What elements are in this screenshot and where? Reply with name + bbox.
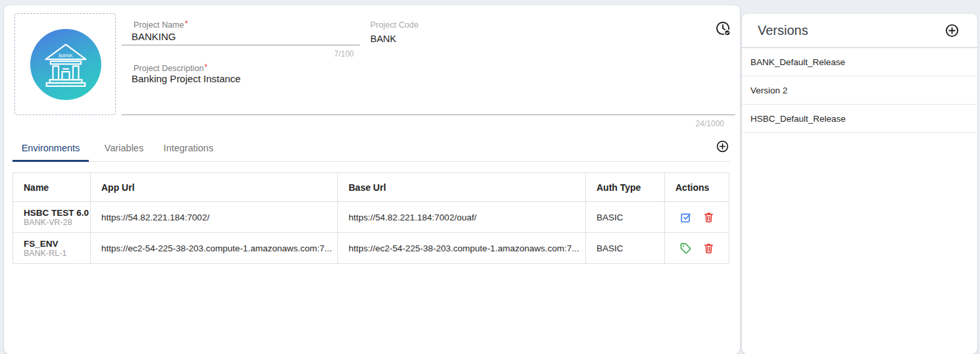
- active-tab-indicator: [12, 160, 89, 162]
- table-row: HSBC TEST 6.0BANK-VR-28https://54.82.221…: [13, 202, 729, 233]
- environments-table: Name App Url Base Url Auth Type Actions …: [12, 172, 729, 264]
- tab-environments[interactable]: Environments: [12, 143, 89, 153]
- delete-icon[interactable]: [702, 211, 715, 224]
- column-header-app-url: App Url: [91, 173, 338, 202]
- table-row: FS_ENVBANK-RL-1https://ec2-54-225-38-203…: [13, 233, 729, 264]
- bank-icon: BANK: [40, 39, 91, 90]
- env-base-url-cell: https://ec2-54-225-38-203.compute-1.amaz…: [338, 233, 586, 264]
- env-name-cell: FS_ENVBANK-RL-1: [13, 233, 91, 264]
- env-app-url-cell: https://54.82.221.184:7002/: [91, 202, 338, 233]
- tag-icon[interactable]: [679, 242, 692, 255]
- project-avatar: BANK: [30, 29, 101, 100]
- versions-title: Versions: [758, 23, 808, 38]
- required-asterisk: *: [205, 63, 208, 72]
- project-code-value: BANK: [370, 34, 397, 44]
- env-app-url-cell: https://ec2-54-225-38-203.compute-1.amaz…: [91, 233, 338, 264]
- project-description-input[interactable]: Banking Project Instance: [132, 73, 241, 84]
- delete-icon[interactable]: [702, 242, 715, 255]
- tab-integrations[interactable]: Integrations: [155, 143, 222, 153]
- versions-header: Versions: [742, 14, 977, 48]
- project-name-counter: 7/100: [122, 49, 354, 59]
- project-icon-upload[interactable]: BANK: [14, 13, 116, 115]
- env-name: HSBC TEST 6.0: [24, 208, 80, 218]
- env-code: BANK-RL-1: [24, 249, 80, 258]
- project-description-counter: 24/1000: [122, 119, 724, 128]
- select-check-icon[interactable]: [679, 211, 692, 224]
- env-actions-cell: [665, 202, 729, 233]
- version-item[interactable]: HSBC_Default_Release: [742, 105, 977, 133]
- env-auth-type-cell: BASIC: [586, 202, 665, 233]
- project-name-label: Project Name*: [134, 19, 188, 30]
- project-name-input[interactable]: BANKING: [132, 31, 176, 42]
- project-description-label: Project Description*: [134, 63, 208, 73]
- project-description-underline: [122, 114, 735, 115]
- env-auth-type-cell: BASIC: [586, 233, 665, 264]
- env-actions-cell: [665, 233, 729, 264]
- project-name-underline: [122, 45, 360, 45]
- bank-icon-text: BANK: [59, 53, 73, 59]
- env-name: FS_ENV: [24, 239, 80, 249]
- column-header-auth-type: Auth Type: [586, 173, 665, 202]
- versions-panel: Versions BANK_Default_ReleaseVersion 2HS…: [742, 14, 977, 354]
- column-header-actions: Actions: [665, 173, 729, 202]
- version-item[interactable]: Version 2: [742, 76, 977, 105]
- project-code-label: Project Code: [370, 20, 418, 30]
- project-details-panel: BANK Project Name* BANKING 7/100 Project…: [4, 5, 740, 354]
- env-name-cell: HSBC TEST 6.0BANK-VR-28: [13, 202, 91, 233]
- column-header-name: Name: [13, 173, 91, 202]
- tab-variables[interactable]: Variables: [95, 143, 153, 153]
- required-asterisk: *: [185, 19, 188, 28]
- history-icon[interactable]: [714, 20, 732, 38]
- column-header-base-url: Base Url: [338, 173, 586, 202]
- env-base-url-cell: https://54.82.221.184:7002/ouaf/: [338, 202, 586, 233]
- add-version-icon[interactable]: [944, 23, 960, 38]
- add-environment-icon[interactable]: [716, 139, 729, 153]
- table-header-row: Name App Url Base Url Auth Type Actions: [13, 173, 729, 202]
- version-item[interactable]: BANK_Default_Release: [742, 48, 977, 76]
- versions-list: BANK_Default_ReleaseVersion 2HSBC_Defaul…: [742, 48, 977, 133]
- env-code: BANK-VR-28: [24, 218, 80, 227]
- tabs-divider: [12, 161, 730, 162]
